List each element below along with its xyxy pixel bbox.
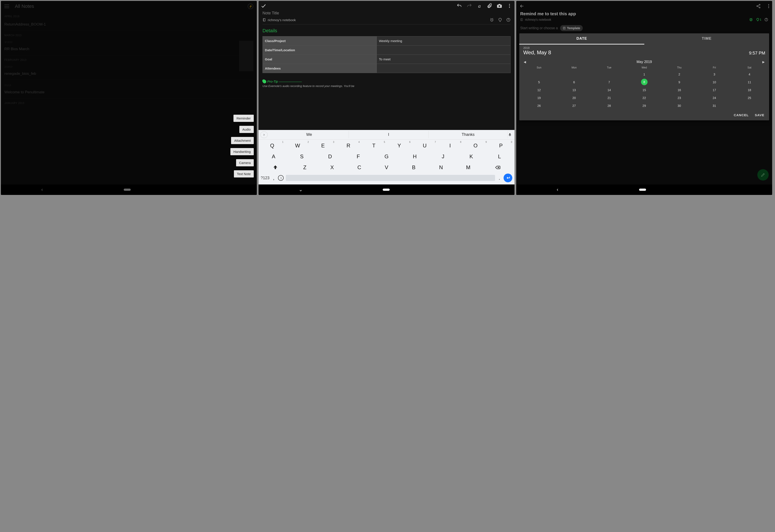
calendar-day[interactable]: 20 xyxy=(557,94,592,101)
selected-year[interactable]: 2019 xyxy=(523,46,551,49)
calendar-day[interactable]: 14 xyxy=(592,87,627,94)
suggestion-2[interactable]: I xyxy=(349,131,428,138)
calendar-day[interactable]: 7 xyxy=(592,79,627,86)
undo-icon[interactable] xyxy=(457,3,462,9)
calendar-day[interactable]: 26 xyxy=(522,102,557,109)
nav-home-pill[interactable] xyxy=(383,189,390,191)
key-j[interactable]: J xyxy=(430,152,456,161)
calendar-day[interactable]: 6 xyxy=(557,79,592,86)
tab-time[interactable]: TIME xyxy=(644,33,769,44)
tab-date[interactable]: DATE xyxy=(519,33,644,44)
key-h[interactable]: H xyxy=(402,152,428,161)
key-o[interactable]: O9 xyxy=(464,141,487,150)
key-t[interactable]: T5 xyxy=(362,141,385,150)
format-icon[interactable]: a xyxy=(477,3,482,9)
key-i[interactable]: I8 xyxy=(438,141,462,150)
fab-item-camera[interactable]: Camera xyxy=(236,159,254,166)
calendar-day[interactable]: 17 xyxy=(697,87,732,94)
calendar-day[interactable]: 19 xyxy=(522,94,557,101)
info-icon[interactable] xyxy=(506,18,511,22)
key-a[interactable]: A xyxy=(260,152,287,161)
camera-icon[interactable] xyxy=(497,3,502,9)
nav-collapse-icon[interactable]: ⌄ xyxy=(299,187,302,193)
note-body[interactable]: Note Title richmoy's notebook Details Cl… xyxy=(258,11,515,130)
shift-key[interactable] xyxy=(260,165,291,170)
tag-badge[interactable]: 1 xyxy=(756,18,761,21)
key-s[interactable]: S xyxy=(289,152,315,161)
template-button[interactable]: Template xyxy=(560,25,583,31)
calendar-day[interactable]: 24 xyxy=(697,94,732,101)
key-l[interactable]: L xyxy=(486,152,513,161)
notebook-selector[interactable]: richmoy's notebook xyxy=(262,17,511,24)
key-w[interactable]: W2 xyxy=(286,141,309,150)
modal-dim[interactable] xyxy=(1,1,257,195)
fab-item-attachment[interactable]: Attachment xyxy=(231,137,254,144)
fab-item-audio[interactable]: Audio xyxy=(239,126,254,133)
key-n[interactable]: N xyxy=(428,163,454,172)
key-v[interactable]: V xyxy=(373,163,400,172)
notebook-row[interactable]: richmoy's notebook 1 xyxy=(516,16,772,24)
selected-time[interactable]: 9:57 PM xyxy=(749,51,765,56)
calendar-day[interactable]: 23 xyxy=(662,94,697,101)
key-q[interactable]: Q1 xyxy=(260,141,284,150)
done-icon[interactable] xyxy=(261,3,266,9)
calendar-day[interactable]: 13 xyxy=(557,87,592,94)
next-month-icon[interactable]: ▶ xyxy=(762,60,765,64)
key-y[interactable]: Y6 xyxy=(388,141,411,150)
key-b[interactable]: B xyxy=(401,163,427,172)
nav-home-pill[interactable] xyxy=(639,189,646,191)
overflow-icon[interactable] xyxy=(768,4,769,8)
enter-key[interactable] xyxy=(504,174,512,182)
calendar-day[interactable]: 12 xyxy=(522,87,557,94)
reminder-set-icon[interactable] xyxy=(749,18,753,22)
redo-icon[interactable] xyxy=(467,3,472,9)
note-title-input[interactable]: Note Title xyxy=(262,11,511,15)
calendar-day[interactable]: 3 xyxy=(697,71,732,78)
calendar-day[interactable]: 21 xyxy=(592,94,627,101)
suggestion-1[interactable]: We xyxy=(269,131,349,138)
fab-item-reminder[interactable]: Reminder xyxy=(233,115,254,122)
calendar-day[interactable]: 28 xyxy=(592,102,627,109)
calendar-day[interactable]: 31 xyxy=(697,102,732,109)
calendar-day[interactable]: 2 xyxy=(662,71,697,78)
backspace-key[interactable] xyxy=(483,165,513,170)
calendar-day[interactable]: 10 xyxy=(697,79,732,86)
info-icon[interactable] xyxy=(764,18,768,22)
key-k[interactable]: K xyxy=(458,152,484,161)
calendar-day[interactable]: 16 xyxy=(662,87,697,94)
table-value[interactable]: Weekly meeting xyxy=(376,36,510,46)
comma-key[interactable]: , xyxy=(272,175,276,181)
calendar-day[interactable]: 5 xyxy=(522,79,557,86)
mic-icon[interactable] xyxy=(508,133,515,137)
calendar-day[interactable]: 18 xyxy=(732,87,767,94)
calendar-day[interactable]: 27 xyxy=(557,102,592,109)
key-c[interactable]: C xyxy=(346,163,372,172)
prev-month-icon[interactable]: ◀ xyxy=(524,60,526,64)
suggestion-3[interactable]: Thanks xyxy=(429,131,508,138)
table-value[interactable] xyxy=(376,46,510,55)
key-f[interactable]: F xyxy=(345,152,371,161)
key-e[interactable]: E3 xyxy=(311,141,335,150)
share-icon[interactable] xyxy=(756,4,761,9)
details-table[interactable]: Class/ProjectWeekly meetingDate/Time/Loc… xyxy=(262,36,511,73)
emoji-key[interactable]: :) xyxy=(278,175,284,181)
symbols-key[interactable]: ?123 xyxy=(261,176,269,180)
attachment-icon[interactable] xyxy=(487,3,492,9)
calendar-day[interactable]: 1 xyxy=(627,71,662,78)
calendar-day[interactable]: 25 xyxy=(732,94,767,101)
key-x[interactable]: X xyxy=(319,163,345,172)
key-r[interactable]: R4 xyxy=(337,141,360,150)
back-arrow-icon[interactable] xyxy=(519,3,525,9)
table-value[interactable] xyxy=(376,64,510,73)
table-value[interactable]: To meet xyxy=(376,55,510,64)
calendar-day[interactable]: 4 xyxy=(732,71,767,78)
reminder-icon[interactable] xyxy=(490,18,494,22)
cancel-button[interactable]: CANCEL xyxy=(734,113,749,117)
calendar-day[interactable]: 11 xyxy=(732,79,767,86)
fab-item-text-note[interactable]: Text Note xyxy=(234,170,254,177)
key-m[interactable]: M xyxy=(455,163,481,172)
fab-item-handwriting[interactable]: Handwriting xyxy=(230,148,254,155)
key-u[interactable]: U7 xyxy=(413,141,437,150)
save-button[interactable]: SAVE xyxy=(755,113,764,117)
key-p[interactable]: P0 xyxy=(489,141,513,150)
